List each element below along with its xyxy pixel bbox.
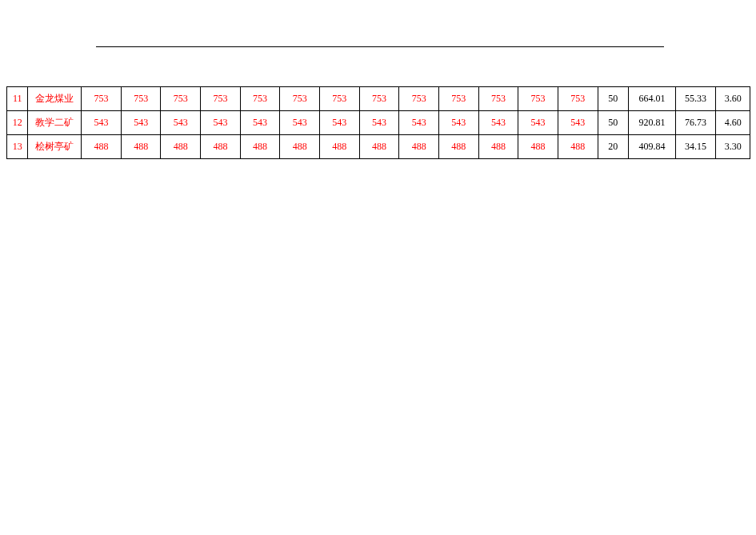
row-value: 488: [438, 135, 478, 159]
row-value: 753: [438, 87, 478, 111]
row-value: 753: [320, 87, 360, 111]
table-row: 11 金龙煤业 753 753 753 753 753 753 753 753 …: [7, 87, 750, 111]
row-value: 543: [438, 111, 478, 135]
row-value: 753: [201, 87, 241, 111]
row-value: 543: [558, 111, 598, 135]
row-value: 753: [280, 87, 320, 111]
row-value: 543: [359, 111, 399, 135]
row-value: 543: [121, 111, 161, 135]
row-value: 488: [399, 135, 439, 159]
row-value: 753: [399, 87, 439, 111]
row-value: 488: [240, 135, 280, 159]
row-value: 753: [121, 87, 161, 111]
row-name: 教学二矿: [28, 111, 82, 135]
row-index: 13: [7, 135, 28, 159]
row-value: 543: [201, 111, 241, 135]
row-tail: 409.84: [629, 135, 676, 159]
table-row: 12 教学二矿 543 543 543 543 543 543 543 543 …: [7, 111, 750, 135]
row-value: 543: [399, 111, 439, 135]
row-index: 12: [7, 111, 28, 135]
row-tail: 3.60: [716, 87, 750, 111]
row-tail: 50: [598, 111, 628, 135]
row-value: 753: [161, 87, 201, 111]
row-value: 488: [359, 135, 399, 159]
row-value: 753: [359, 87, 399, 111]
row-index: 11: [7, 87, 28, 111]
row-tail: 664.01: [629, 87, 676, 111]
row-value: 543: [518, 111, 558, 135]
row-value: 543: [280, 111, 320, 135]
row-value: 543: [240, 111, 280, 135]
row-name: 金龙煤业: [28, 87, 82, 111]
row-value: 488: [201, 135, 241, 159]
row-value: 488: [280, 135, 320, 159]
row-value: 753: [558, 87, 598, 111]
row-value: 488: [161, 135, 201, 159]
data-table: 11 金龙煤业 753 753 753 753 753 753 753 753 …: [6, 86, 750, 159]
row-value: 543: [478, 111, 518, 135]
row-tail: 4.60: [716, 111, 750, 135]
row-value: 753: [478, 87, 518, 111]
row-tail: 76.73: [675, 111, 716, 135]
row-value: 543: [320, 111, 360, 135]
row-value: 753: [82, 87, 122, 111]
row-value: 543: [161, 111, 201, 135]
row-value: 543: [82, 111, 122, 135]
row-value: 488: [558, 135, 598, 159]
horizontal-rule: [96, 46, 664, 47]
row-value: 488: [518, 135, 558, 159]
row-value: 488: [121, 135, 161, 159]
row-value: 753: [240, 87, 280, 111]
row-name: 桧树亭矿: [28, 135, 82, 159]
data-table-container: 11 金龙煤业 753 753 753 753 753 753 753 753 …: [6, 86, 750, 159]
row-tail: 34.15: [675, 135, 716, 159]
row-value: 488: [478, 135, 518, 159]
row-tail: 55.33: [675, 87, 716, 111]
row-value: 753: [518, 87, 558, 111]
row-tail: 20: [598, 135, 628, 159]
row-tail: 3.30: [716, 135, 750, 159]
row-value: 488: [82, 135, 122, 159]
table-row: 13 桧树亭矿 488 488 488 488 488 488 488 488 …: [7, 135, 750, 159]
row-tail: 920.81: [629, 111, 676, 135]
row-value: 488: [320, 135, 360, 159]
row-tail: 50: [598, 87, 628, 111]
